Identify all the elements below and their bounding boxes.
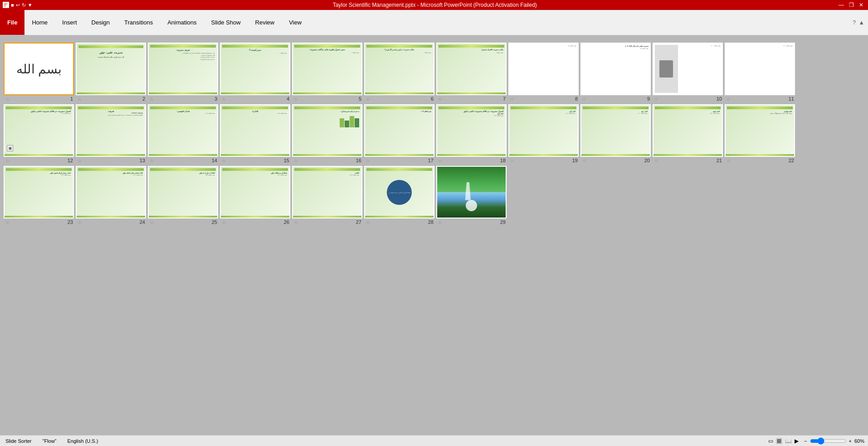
slide-thumb-13[interactable]: تعریف: (FIRST CLASS) تحلیل یک قسمت متوسط… (76, 104, 146, 157)
slide-thumb-5[interactable]: سیر تحول نظریه ها و مکاتب مدیریت متن اسل… (292, 43, 362, 95)
slide-item[interactable]: مدیریت علمی (از سال ۱۸۷۸ تا...) متن اسلا… (580, 43, 651, 102)
slide-item[interactable]: متن اسلاید ۱۷... ☆ 17 (364, 104, 434, 164)
slide-thumb-3[interactable]: تعریف مدیریت مدیر مسئول تخصیص منابع است … (148, 43, 218, 95)
slide-star: ☆ (78, 220, 82, 225)
slide-thumb-2[interactable]: مدیریت علمی- تیلور نام درس:تئوری های پیش… (76, 43, 146, 95)
slide-item[interactable]: متن اسلاید ۱۱... ☆ 11 (725, 43, 795, 102)
slide-number: 2 (142, 96, 145, 102)
slide-thumb-22[interactable]: اصل چهارم روش های اجرای اصول چهارگانه تی… (725, 104, 795, 157)
slide-item[interactable]: بسم الله ☆ 1 (4, 43, 74, 102)
slide-item[interactable]: به نمره ترکیب/دوره‌سازی: ☆ 16 (292, 104, 362, 164)
slide-sorter-icon[interactable]: ⊞ (776, 438, 782, 444)
slide-thumb-8[interactable]: متن اسلاید ۸... (508, 43, 579, 95)
normal-view-icon[interactable]: ▭ (768, 438, 773, 444)
slide-thumb-25[interactable]: انتقادات وارده به تیلور متن اسلاید ۲۵... (148, 166, 218, 218)
slide-item[interactable]: اصل سوم متن اسلاید ۲۱... ☆ 21 (653, 104, 723, 164)
slide-item[interactable]: ☆ 29 (436, 166, 507, 226)
slide-item[interactable]: همکاران و مقاتلان تیلور متن اسلاید ۲۶...… (220, 166, 290, 226)
slide-number: 17 (428, 158, 434, 163)
ribbon-minimize-icon[interactable]: ▲ (858, 19, 864, 26)
tab-view[interactable]: View (282, 10, 309, 35)
slide-item[interactable]: تعریف: (FIRST CLASS) تحلیل یک قسمت متوسط… (76, 104, 146, 164)
slide-number: 26 (284, 219, 289, 225)
slide-number: 21 (717, 158, 722, 163)
language-status[interactable]: English (U.S.) (66, 438, 100, 444)
slide-number: 9 (647, 96, 650, 102)
slide-item[interactable]: نتیجه گیری و اساس مدیریت علمی... ☆ 28 (364, 166, 434, 226)
maximize-button[interactable]: ❐ (847, 2, 855, 8)
slide-sorter-view[interactable]: Slide Sorter (4, 438, 33, 444)
slide-thumb-27[interactable]: خلاصه: متن اسلاید ۲۷... (292, 166, 362, 218)
slide-number: 18 (500, 158, 506, 163)
slide-thumb-16[interactable]: به نمره ترکیب/دوره‌سازی: (292, 104, 362, 157)
status-bar: Slide Sorter "Flow" English (U.S.) ▭ ⊞ 📖… (0, 435, 868, 446)
slide-star: ☆ (222, 220, 226, 225)
slide-thumb-26[interactable]: همکاران و مقاتلان تیلور متن اسلاید ۲۶... (220, 166, 290, 218)
slide-item[interactable]: اصل دوم متن اسلاید ۲۰... ☆ 20 (580, 104, 651, 164)
slide-star: ☆ (222, 158, 226, 163)
close-button[interactable]: ✕ (857, 2, 865, 8)
slide-star: ☆ (294, 158, 298, 163)
slide-item[interactable]: اصول مدیریت در نظام مدیریت علمی تیلور مت… (4, 104, 74, 164)
slide-thumb-24[interactable]: نکات هشت طرح اصلی تیلور متن اسلاید ۲۴... (76, 166, 146, 218)
slide-thumb-12[interactable]: اصول مدیریت در نظام مدیریت علمی تیلور مت… (4, 104, 74, 157)
slide-item[interactable]: مدیریت علمی- تیلور نام درس:تئوری های پیش… (76, 43, 146, 102)
slide-thumb-17[interactable]: متن اسلاید ۱۷... (364, 104, 434, 157)
tab-animations[interactable]: Animations (160, 10, 204, 35)
slide-star: ☆ (366, 220, 370, 225)
tab-slideshow[interactable]: Slide Show (204, 10, 248, 35)
slide-thumb-11[interactable]: متن اسلاید ۱۱... (725, 43, 795, 95)
slide-thumb-28[interactable]: نتیجه گیری و اساس مدیریت علمی... (364, 166, 434, 218)
slide-thumb-15[interactable]: اشاره: متن اسلاید ۱۵... (220, 104, 290, 157)
slide-star: ☆ (727, 158, 731, 163)
tab-review[interactable]: Review (248, 10, 282, 35)
tab-home[interactable]: Home (24, 10, 55, 35)
reading-view-icon[interactable]: 📖 (785, 438, 792, 444)
slide-thumb-4[interactable]: مدیر کیست؟ متن اسلاید... (220, 43, 290, 95)
slide-item[interactable]: اشاره: متن اسلاید ۱۵... ☆ 15 (220, 104, 290, 164)
slide-item[interactable]: متن اسلاید ۸... ☆ 8 (508, 43, 579, 102)
slide-item[interactable]: مدیر کیست؟ متن اسلاید... ☆ 4 (220, 43, 290, 102)
zoom-slider[interactable] (810, 437, 846, 445)
slide-item[interactable]: سیر تحول نظریه ها و مکاتب مدیریت متن اسل… (292, 43, 362, 102)
slide-thumb-9[interactable]: مدیریت علمی (از سال ۱۸۷۸ تا...) متن اسلا… (580, 43, 651, 95)
slide-item[interactable]: اصل اول متن اسلاید ۱۹... ☆ 19 (508, 104, 579, 164)
slide-item[interactable]: اصل چهارم روش های اجرای اصول چهارگانه تی… (725, 104, 795, 164)
slide-thumb-10[interactable]: متن اسلاید ۱۰... (653, 43, 723, 95)
slide-thumb-29[interactable] (436, 166, 507, 218)
slide-thumb-21[interactable]: اصل سوم متن اسلاید ۲۱... (653, 104, 723, 157)
slide-thumb-19[interactable]: اصل اول متن اسلاید ۱۹... (508, 104, 579, 157)
tab-file[interactable]: File (0, 10, 24, 35)
slide-thumb-6[interactable]: مکاتب مدیریت: درکین بیستم و آلارقرین؟ مت… (364, 43, 434, 95)
slide-item[interactable]: اصول مدیریت در نظام مدیریت علمی تیلور اص… (436, 104, 507, 164)
slide-item[interactable]: متن اسلاید ۱۰... ☆ 10 (653, 43, 723, 102)
slide-item[interactable]: نکات هشت طرح اصلی تیلور متن اسلاید ۲۴...… (76, 166, 146, 226)
slide-number: 28 (428, 219, 434, 225)
slide-thumb-1[interactable]: بسم الله (4, 43, 74, 95)
slide-item[interactable]: خلاصه: متن اسلاید ۲۷... ☆ 27 (292, 166, 362, 226)
tab-design[interactable]: Design (84, 10, 117, 35)
slide-thumb-7[interactable]: مکاتب مدیریت کلاسیک (سنتی) متن اسلاید... (436, 43, 507, 95)
slide-number: 25 (212, 219, 217, 225)
minimize-button[interactable]: — (837, 2, 845, 8)
slide-item[interactable]: مکاتب مدیریت: درکین بیستم و آلارقرین؟ مت… (364, 43, 434, 102)
slideshow-icon[interactable]: ▶ (795, 438, 799, 444)
slide-thumb-18[interactable]: اصول مدیریت در نظام مدیریت علمی تیلور اص… (436, 104, 507, 157)
slide-thumb-14[interactable]: نسان طوسی: متن اسلاید ۱۴... (148, 104, 218, 157)
tab-insert[interactable]: Insert (55, 10, 84, 35)
slide-item[interactable]: نسان طوسی: متن اسلاید ۱۴... ☆ 14 (148, 104, 218, 164)
slide-thumb-20[interactable]: اصل دوم متن اسلاید ۲۰... (580, 104, 651, 157)
slide-item[interactable]: تعریف مدیریت مدیر مسئول تخصیص منابع است … (148, 43, 218, 102)
zoom-out-icon[interactable]: − (804, 438, 807, 444)
tab-transitions[interactable]: Transitions (117, 10, 160, 35)
slide-number: 11 (789, 96, 794, 102)
slide-item[interactable]: مکاتب مدیریت کلاسیک (سنتی) متن اسلاید...… (436, 43, 507, 102)
slide-item[interactable]: انتقادات وارده به تیلور متن اسلاید ۲۵...… (148, 166, 218, 226)
flow-status[interactable]: "Flow" (40, 438, 58, 444)
title-bar: 🅿 ■ ↩ ↻ ▼ Taylor Scientific Management.p… (0, 0, 868, 10)
slide-item[interactable]: ادامه روش اجرای اصول تیلور متن اسلاید ۲۳… (4, 166, 74, 226)
slide-thumb-23[interactable]: ادامه روش اجرای اصول تیلور متن اسلاید ۲۳… (4, 166, 74, 218)
help-icon[interactable]: ? (853, 19, 856, 26)
slide-star: ☆ (78, 158, 82, 163)
zoom-in-icon[interactable]: + (849, 438, 852, 444)
